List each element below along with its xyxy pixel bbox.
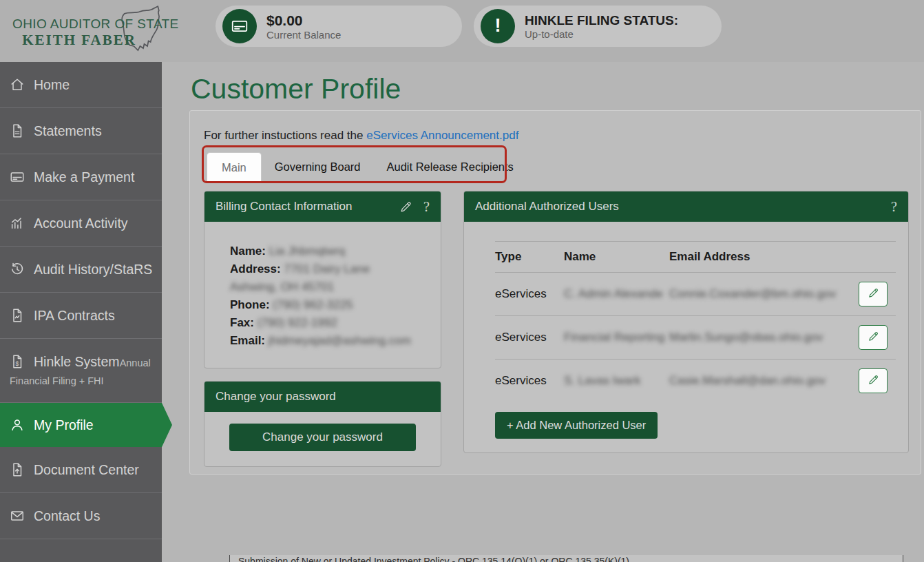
edit-user-button[interactable] — [859, 282, 888, 306]
edit-billing-pencil-icon[interactable] — [399, 200, 412, 214]
user-email: Connie.Coxander@bm.ohio.gov — [669, 287, 859, 301]
balance-amount: $0.00 — [266, 12, 341, 29]
authorized-users-panel: Additional Authorized Users ? TypeNameEm… — [463, 191, 909, 453]
sidebar-item-document-center[interactable]: Document Center — [0, 447, 162, 493]
billing-field-name: Name: Lia Jhbmqtwrq — [230, 242, 430, 260]
billing-fields: Name: Lia JhbmqtwrqAddress: 7701 Dairy L… — [204, 222, 441, 368]
sidebar-item-ipa-contracts[interactable]: IPA Contracts — [0, 293, 162, 339]
users-help-icon[interactable]: ? — [891, 200, 897, 214]
logo-line2: KEITH FABER — [7, 32, 151, 49]
history-icon — [10, 262, 25, 277]
sidebar-item-audit-history-stars[interactable]: Audit History/StaRS — [0, 247, 162, 293]
envelope-icon — [10, 508, 25, 523]
tab-audit-release-recipients[interactable]: Audit Release Recipients — [374, 152, 527, 183]
billing-field-email: Email: jhidmeyajad@ashwing.com — [230, 332, 430, 350]
clipped-bottom-text: Submission of New or Updated Investment … — [230, 555, 903, 562]
sidebar-item-label: Home — [34, 77, 70, 92]
sidebar-item-label: Audit History/StaRS — [34, 262, 152, 277]
logo-line1: OHIO AUDITOR OF STATE — [12, 17, 179, 32]
user-name: Financial Reporting — [564, 331, 669, 344]
eservices-announcement-link[interactable]: eServices Announcement.pdf — [366, 129, 518, 142]
hinkle-status-pill[interactable]: ! HINKLE FILING STATUS: Up-to-date — [474, 6, 722, 47]
auditor-logo[interactable]: OHIO AUDITOR OF STATE KEITH FABER — [7, 4, 167, 59]
sidebar-item-label: IPA Contracts — [34, 308, 115, 323]
sidebar-item-my-profile[interactable]: My Profile — [0, 403, 162, 447]
contract-icon — [10, 308, 25, 323]
billing-field-address-line2: Ashwing, OH 45701 — [230, 278, 430, 296]
user-email: Marlin.Sungo@obas.ohio.gov — [669, 331, 859, 344]
change-password-panel: Change your password Change your passwor… — [204, 381, 441, 467]
sidebar-item-label: My Profile — [34, 417, 94, 433]
sidebar-item-hinkle-system[interactable]: $Hinkle SystemAnnual Financial Filing + … — [0, 339, 162, 403]
sidebar-item-account-activity[interactable]: Account Activity — [0, 200, 162, 247]
balance-label: Current Balance — [266, 29, 341, 41]
billing-panel-title: Billing Contact Information — [216, 200, 352, 214]
file-dollar-icon: $ — [10, 354, 25, 369]
tab-strip: MainGoverning BoardAudit Release Recipie… — [207, 152, 527, 183]
billing-field-fax: Fax: (790) 922-1992 — [230, 314, 430, 332]
users-panel-title: Additional Authorized Users — [475, 200, 619, 214]
column-header-type: Type — [495, 250, 564, 264]
main-content: Customer Profile For further instuctions… — [162, 62, 924, 562]
credit-card-icon — [222, 9, 257, 43]
file-upload-icon — [10, 462, 25, 477]
sidebar-item-label: Hinkle System — [34, 354, 120, 369]
pencil-icon — [868, 331, 879, 344]
sidebar-item-label: Make a Payment — [34, 169, 134, 185]
billing-contact-panel: Billing Contact Information ? Name: Lia … — [204, 191, 441, 368]
page-title: Customer Profile — [191, 73, 401, 105]
user-type: eServices — [495, 331, 564, 344]
billing-field-address: Address: 7701 Dairy Lane — [230, 260, 430, 278]
exclamation-icon: ! — [481, 9, 515, 43]
pencil-icon — [868, 374, 879, 388]
tab-main[interactable]: Main — [207, 152, 262, 183]
sidebar-item-label: Statements — [34, 123, 102, 138]
tab-governing-board[interactable]: Governing Board — [262, 152, 374, 183]
change-password-button[interactable]: Change your password — [229, 424, 416, 451]
sidebar-item-make-a-payment[interactable]: Make a Payment — [0, 154, 162, 200]
bar-chart-icon — [10, 216, 25, 231]
table-row: eServicesC. Admin AlexandeConnie.Coxande… — [495, 273, 896, 316]
current-balance-pill[interactable]: $0.00 Current Balance — [216, 6, 462, 47]
sidebar-item-statements[interactable]: Statements — [0, 108, 162, 154]
users-table-header: TypeNameEmail Address — [495, 242, 896, 273]
password-panel-title: Change your password — [216, 390, 336, 404]
user-name: C. Admin Alexande — [564, 287, 669, 301]
user-icon — [10, 417, 25, 433]
billing-help-icon[interactable]: ? — [423, 200, 430, 214]
user-email: Casie.Marshall@dan.ohio.gov — [669, 374, 859, 388]
column-header-name: Name — [564, 250, 669, 264]
file-pdf-icon — [10, 123, 25, 138]
table-row: eServicesS. Lavas IwarkCasie.Marshall@da… — [495, 360, 896, 402]
sidebar-item-contact-us[interactable]: Contact Us — [0, 493, 162, 539]
credit-card-icon — [10, 169, 25, 185]
sidebar-item-label: Contact Us — [34, 508, 100, 523]
billing-field-phone: Phone: (790) 962-3225 — [230, 296, 430, 314]
add-authorized-user-button[interactable]: + Add New Authorized User — [495, 412, 658, 439]
home-icon — [10, 77, 25, 92]
instructions-text: For further instuctions read the eServic… — [204, 129, 518, 143]
table-row: eServicesFinancial ReportingMarlin.Sungo… — [495, 316, 896, 360]
sidebar-nav: HomeStatementsMake a PaymentAccount Acti… — [0, 62, 162, 562]
edit-user-button[interactable] — [859, 368, 888, 393]
sidebar-item-label: Document Center — [34, 462, 139, 477]
top-header: OHIO AUDITOR OF STATE KEITH FABER $0.00 … — [0, 0, 924, 62]
edit-user-button[interactable] — [859, 325, 888, 350]
user-type: eServices — [495, 287, 564, 301]
user-name: S. Lavas Iwark — [564, 374, 669, 388]
column-header-email-address: Email Address — [669, 250, 859, 264]
sidebar-item-label: Account Activity — [34, 216, 128, 231]
pencil-icon — [868, 287, 879, 301]
clipped-bottom-item[interactable]: Submission of New or Updated Investment … — [229, 555, 903, 562]
hinkle-status-title: HINKLE FILING STATUS: — [525, 13, 678, 28]
profile-card: For further instuctions read the eServic… — [189, 110, 921, 475]
svg-text:$: $ — [16, 360, 19, 367]
user-type: eServices — [495, 374, 564, 388]
authorized-users-table: TypeNameEmail AddresseServicesC. Admin A… — [495, 241, 896, 402]
sidebar-item-home[interactable]: Home — [0, 62, 162, 108]
hinkle-status-value: Up-to-date — [525, 28, 678, 40]
